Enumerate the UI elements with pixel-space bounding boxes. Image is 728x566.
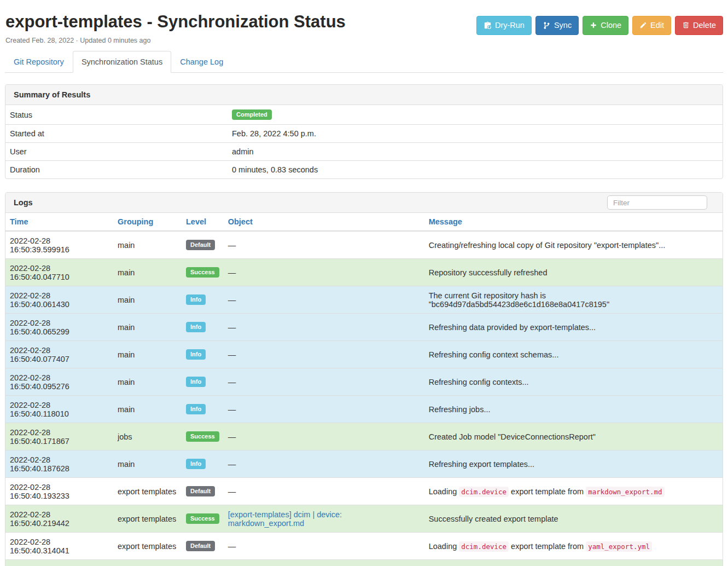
summary-value: 0 minutes, 0.83 seconds	[228, 161, 723, 179]
log-object: —	[224, 259, 424, 286]
plus-icon	[590, 21, 597, 29]
log-message: Refreshing data provided by export-templ…	[424, 314, 723, 341]
log-object: —	[224, 533, 424, 560]
log-row: 2022-02-28 16:50:39.599916mainDefault—Cr…	[5, 231, 723, 259]
column-header-grouping[interactable]: Grouping	[113, 213, 182, 231]
button-label: Sync	[554, 20, 572, 31]
logs-filter-input[interactable]	[607, 195, 707, 210]
log-level: Default	[182, 478, 224, 505]
log-level: Info	[182, 341, 224, 368]
code-chip: yaml_export.yml	[586, 541, 652, 552]
log-grouping: main	[113, 314, 182, 341]
log-grouping: main	[113, 231, 182, 259]
log-row: 2022-02-28 16:50:40.095276mainInfo—Refre…	[5, 368, 723, 396]
log-level: Success	[182, 505, 224, 533]
log-grouping: export templates	[113, 478, 182, 505]
log-level: Success	[182, 259, 224, 286]
log-grouping: main	[113, 341, 182, 368]
log-message: Refreshing export templates...	[424, 451, 723, 478]
level-badge: Default	[186, 486, 215, 496]
column-header-object[interactable]: Object	[224, 213, 424, 231]
code-chip: markdown_export.md	[586, 487, 664, 497]
log-level: Info	[182, 286, 224, 314]
log-time: 2022-02-28 16:50:40.219442	[5, 505, 113, 533]
log-time: 2022-02-28 16:50:40.077407	[5, 341, 113, 368]
log-object: —	[224, 231, 424, 259]
log-level: Info	[182, 396, 224, 423]
tab-synchronization-status[interactable]: Synchronization Status	[73, 51, 171, 73]
log-row: 2022-02-28 16:50:40.047710mainSuccess—Re…	[5, 259, 723, 286]
log-time: 2022-02-28 16:50:40.047710	[5, 259, 113, 286]
level-badge: Info	[186, 377, 206, 387]
log-table: TimeGroupingLevelObjectMessage 2022-02-2…	[5, 213, 723, 566]
tab-label[interactable]: Change Log	[171, 51, 232, 73]
log-row: 2022-02-28 16:50:40.314041export templat…	[5, 533, 723, 560]
log-grouping: jobs	[113, 423, 182, 451]
tab-change-log[interactable]: Change Log	[171, 51, 232, 73]
object-link[interactable]: [export-templates] dcim | device: markdo…	[228, 510, 342, 528]
log-row: 2022-02-28 16:50:40.118010mainInfo—Refre…	[5, 396, 723, 423]
level-badge: Info	[186, 404, 206, 414]
summary-table-body: StatusCompletedStarted atFeb. 28, 2022 4…	[5, 105, 723, 178]
tab-git-repository[interactable]: Git Repository	[5, 51, 73, 73]
clone-button[interactable]: Clone	[583, 16, 628, 35]
log-time: 2022-02-28 16:50:40.329716	[5, 560, 113, 566]
summary-panel: Summary of Results StatusCompletedStarte…	[5, 84, 723, 179]
page: Dry-RunSyncCloneEditDelete export-templa…	[0, 12, 728, 566]
level-badge: Success	[186, 431, 219, 442]
created-updated-meta: Created Feb. 28, 2022 · Updated 0 minute…	[5, 37, 723, 44]
log-row: 2022-02-28 16:50:40.329716export templat…	[5, 560, 723, 566]
log-row: 2022-02-28 16:50:40.171867jobsSuccess—Cr…	[5, 423, 723, 451]
level-badge: Success	[186, 513, 219, 524]
summary-label: Duration	[5, 161, 228, 179]
tab-bar: Git RepositorySynchronization StatusChan…	[5, 51, 723, 73]
summary-row-started-at: Started atFeb. 28, 2022 4:50 p.m.	[5, 125, 723, 143]
edit-button[interactable]: Edit	[632, 16, 671, 35]
log-level: Default	[182, 533, 224, 560]
delete-button[interactable]: Delete	[675, 16, 723, 35]
summary-label: Started at	[5, 125, 228, 143]
dry-run-button[interactable]: Dry-Run	[476, 16, 532, 35]
tab-label[interactable]: Synchronization Status	[73, 51, 171, 73]
level-badge: Default	[186, 541, 215, 551]
log-time: 2022-02-28 16:50:39.599916	[5, 231, 113, 259]
log-message: Successfully created export template	[424, 505, 723, 533]
summary-row-duration: Duration0 minutes, 0.83 seconds	[5, 161, 723, 179]
log-time: 2022-02-28 16:50:40.193233	[5, 478, 113, 505]
column-header-time[interactable]: Time	[5, 213, 113, 231]
summary-table: StatusCompletedStarted atFeb. 28, 2022 4…	[5, 105, 723, 178]
log-object: —	[224, 368, 424, 396]
log-table-body: 2022-02-28 16:50:39.599916mainDefault—Cr…	[5, 231, 723, 566]
level-badge: Default	[186, 240, 215, 250]
level-badge: Info	[186, 294, 206, 305]
logs-panel-heading: Logs	[5, 193, 723, 213]
level-badge: Info	[186, 459, 206, 469]
log-object: —	[224, 314, 424, 341]
log-level: Success	[182, 423, 224, 451]
button-label: Dry-Run	[495, 20, 525, 31]
log-row: 2022-02-28 16:50:40.077407mainInfo—Refre…	[5, 341, 723, 368]
level-badge: Success	[186, 267, 219, 278]
summary-label: Status	[5, 105, 228, 125]
summary-value: admin	[228, 143, 723, 161]
column-header-message[interactable]: Message	[424, 213, 723, 231]
log-row: 2022-02-28 16:50:40.187628mainInfo—Refre…	[5, 451, 723, 478]
log-message: Repository successfully refreshed	[424, 259, 723, 286]
column-header-level[interactable]: Level	[182, 213, 224, 231]
log-object: —	[224, 396, 424, 423]
tab-label[interactable]: Git Repository	[5, 51, 73, 73]
log-grouping: export templates	[113, 505, 182, 533]
log-message: Loading dcim.device export template from…	[424, 478, 723, 505]
log-message: Loading dcim.device export template from…	[424, 533, 723, 560]
log-grouping: export templates	[113, 533, 182, 560]
summary-label: User	[5, 143, 228, 161]
log-object: [export-templates] dcim | device: yaml_e…	[224, 560, 424, 566]
log-time: 2022-02-28 16:50:40.095276	[5, 368, 113, 396]
sync-button[interactable]: Sync	[535, 16, 579, 35]
code-chip: dcim.device	[459, 487, 509, 497]
log-level: Info	[182, 451, 224, 478]
log-time: 2022-02-28 16:50:40.171867	[5, 423, 113, 451]
log-table-header-row: TimeGroupingLevelObjectMessage	[5, 213, 723, 231]
log-object: —	[224, 423, 424, 451]
clipboard-refresh-icon	[484, 21, 492, 30]
